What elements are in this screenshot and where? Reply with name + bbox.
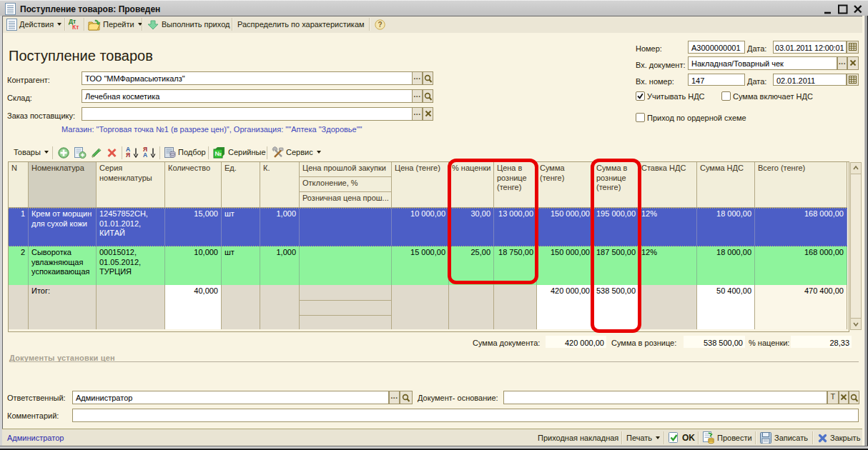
svg-text:№: №	[214, 150, 222, 157]
svg-text:?: ?	[378, 21, 382, 29]
